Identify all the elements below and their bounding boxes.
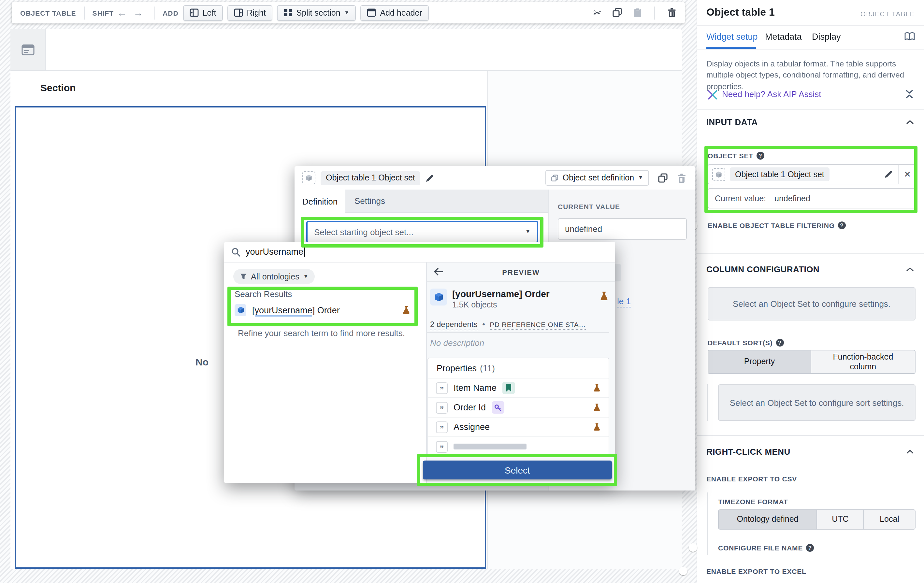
current-value-box: undefined bbox=[558, 218, 687, 240]
clear-icon[interactable]: ✕ bbox=[904, 170, 911, 178]
add-right-label: Right bbox=[247, 8, 266, 17]
collapse-section-icon[interactable] bbox=[906, 267, 914, 272]
shift-right-icon[interactable]: → bbox=[133, 8, 143, 18]
title-key-icon bbox=[502, 382, 515, 394]
property-row[interactable]: ” Order Id bbox=[428, 398, 609, 418]
experimental-flask-icon bbox=[599, 291, 609, 301]
starting-object-set-select[interactable]: Select starting object set... ▼ bbox=[306, 221, 538, 243]
match-highlight: yourUsername bbox=[255, 305, 312, 316]
tab-metadata[interactable]: Metadata bbox=[765, 32, 802, 42]
indent-line bbox=[707, 384, 708, 421]
collapse-section-icon[interactable] bbox=[906, 120, 914, 124]
add-right-button[interactable]: Right bbox=[227, 5, 272, 20]
collapse-icon[interactable] bbox=[905, 90, 914, 98]
search-result-item[interactable]: [yourUsername] Order bbox=[234, 300, 416, 320]
section-widget-tile[interactable] bbox=[10, 29, 46, 70]
modal-bottom-strip bbox=[295, 483, 548, 491]
dependents-link[interactable]: 2 dependents bbox=[430, 320, 477, 330]
tab-settings[interactable]: Settings bbox=[355, 196, 385, 206]
reference-link[interactable]: PD REFERENCE ONE STA… bbox=[490, 321, 586, 329]
string-type-icon: ” bbox=[436, 441, 448, 452]
current-value-label: CURRENT VALUE bbox=[558, 203, 620, 211]
add-header-label: Add header bbox=[380, 8, 422, 17]
object-type-search-popup: yourUsername All ontologies ▼ Search Res… bbox=[224, 242, 615, 483]
back-arrow-icon[interactable] bbox=[433, 267, 444, 276]
property-row[interactable]: ” Item Name bbox=[428, 379, 609, 398]
add-left-button[interactable]: Left bbox=[183, 5, 223, 20]
help-icon[interactable]: ? bbox=[776, 339, 784, 347]
help-icon[interactable]: ? bbox=[806, 544, 814, 552]
panel-right-icon bbox=[234, 8, 243, 17]
edit-icon[interactable] bbox=[884, 170, 893, 178]
section-header[interactable]: Section bbox=[10, 71, 487, 104]
help-icon[interactable]: ? bbox=[838, 221, 846, 229]
sort-type-function[interactable]: Function-backed column bbox=[811, 351, 915, 373]
current-value-row: Current value: undefined bbox=[708, 188, 916, 208]
section-title: Section bbox=[40, 82, 76, 93]
tab-display[interactable]: Display bbox=[812, 32, 841, 42]
object-set-name-chip[interactable]: Object table 1 Object set bbox=[730, 167, 830, 181]
search-input[interactable]: yourUsername bbox=[246, 247, 305, 257]
object-set-label-row: OBJECT SET ? bbox=[708, 152, 764, 160]
duplicate-icon[interactable] bbox=[612, 8, 622, 18]
paste-icon[interactable] bbox=[634, 8, 642, 18]
ontology-filter-label: All ontologies bbox=[251, 272, 299, 281]
split-grid-icon bbox=[284, 8, 292, 17]
default-sorts-label-row: DEFAULT SORT(S) ? bbox=[708, 339, 784, 347]
object-set-definition-select[interactable]: Object set definition ▼ bbox=[546, 170, 649, 186]
timezone-label: TIMEZONE FORMAT bbox=[718, 498, 788, 506]
tab-definition[interactable]: Definition bbox=[295, 189, 345, 213]
partial-object-link[interactable]: le 1 bbox=[617, 296, 631, 308]
obscured-property-name bbox=[454, 444, 526, 450]
object-set-parameter-icon bbox=[302, 171, 315, 184]
delete-icon[interactable] bbox=[667, 8, 676, 18]
divider bbox=[234, 323, 414, 324]
object-type-icon bbox=[234, 304, 246, 316]
help-icon[interactable]: ? bbox=[757, 152, 764, 160]
object-set-parameter-row[interactable]: Object table 1 Object set ✕ bbox=[708, 164, 916, 184]
documentation-book-icon[interactable] bbox=[904, 32, 915, 41]
object-set-label: OBJECT SET bbox=[708, 152, 753, 160]
refine-hint: Refine your search term to find more res… bbox=[238, 328, 405, 338]
sort-type-segmented: Property Function-backed column bbox=[708, 350, 916, 374]
panel-left-icon bbox=[190, 8, 199, 17]
preview-column: PREVIEW [yourUsername] Order 1.5K object… bbox=[426, 262, 615, 483]
workshop-editor: OBJECT TABLE SHIFT ← → ADD Left Right Sp… bbox=[0, 0, 924, 583]
aip-assist-link[interactable]: Need help? Ask AIP Assist bbox=[722, 89, 822, 99]
timezone-ontology-defined[interactable]: Ontology defined bbox=[719, 510, 817, 529]
add-header-button[interactable]: Add header bbox=[360, 5, 429, 20]
tab-widget-setup[interactable]: Widget setup bbox=[706, 32, 758, 42]
sidebar-tabs: Widget setup Metadata Display bbox=[697, 26, 924, 49]
search-results-header: Search Results bbox=[234, 289, 292, 299]
widget-type-label: OBJECT TABLE bbox=[860, 10, 915, 18]
split-section-button[interactable]: Split section ▼ bbox=[277, 5, 356, 20]
object-set-definition-label: Object set definition bbox=[563, 173, 634, 183]
ontology-filter[interactable]: All ontologies ▼ bbox=[233, 269, 315, 284]
timezone-local[interactable]: Local bbox=[864, 510, 915, 529]
edit-name-icon[interactable] bbox=[426, 174, 434, 182]
shift-left-icon[interactable]: ← bbox=[117, 8, 127, 18]
experimental-flask-icon bbox=[593, 423, 601, 431]
sort-type-property[interactable]: Property bbox=[708, 351, 811, 373]
window-layout-icon bbox=[21, 44, 34, 55]
timezone-segmented: Ontology defined UTC Local bbox=[718, 509, 916, 530]
delete-variable-icon[interactable] bbox=[677, 173, 686, 183]
timezone-utc[interactable]: UTC bbox=[817, 510, 864, 529]
default-sorts-label: DEFAULT SORT(S) bbox=[708, 339, 772, 347]
shift-label: SHIFT bbox=[92, 9, 114, 16]
bullet: • bbox=[482, 320, 485, 329]
duplicate-variable-icon[interactable] bbox=[658, 173, 668, 183]
divider bbox=[697, 109, 924, 110]
divider bbox=[427, 332, 609, 333]
add-left-label: Left bbox=[203, 8, 216, 17]
chevron-down-icon: ▼ bbox=[303, 274, 309, 279]
column-configuration-header: COLUMN CONFIGURATION bbox=[706, 265, 819, 274]
preview-entity-name: [yourUsername] Order bbox=[452, 288, 549, 299]
properties-count: (11) bbox=[480, 363, 495, 373]
object-set-name-chip[interactable]: Object table 1 Object set bbox=[320, 171, 420, 184]
property-row[interactable]: ” Assignee bbox=[428, 418, 609, 437]
cut-icon[interactable]: ✂ bbox=[593, 7, 601, 18]
string-type-icon: ” bbox=[436, 402, 448, 413]
select-button[interactable]: Select bbox=[423, 461, 612, 479]
collapse-section-icon[interactable] bbox=[906, 450, 914, 454]
